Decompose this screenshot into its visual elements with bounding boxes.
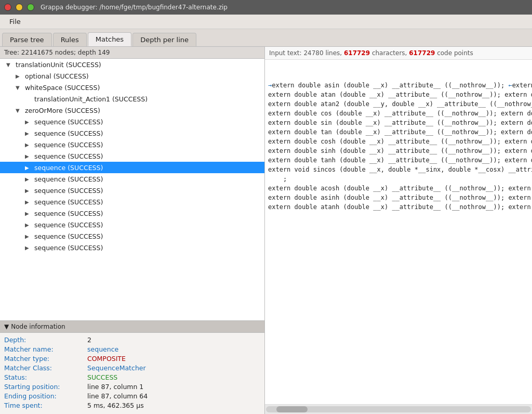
tree-item[interactable]: ▶sequence (SUCCESS) <box>0 173 264 185</box>
text-line: extern double atanh (double __x) __attri… <box>268 202 529 212</box>
tree-item-label: sequence (SUCCESS) <box>34 221 103 229</box>
info-row: Ending position:line 87, column 64 <box>4 392 260 400</box>
tree-item[interactable]: ▶sequence (SUCCESS) <box>0 242 264 253</box>
info-value: line 87, column 1 <box>87 383 143 391</box>
tree-arrow-icon[interactable]: ▶ <box>16 73 23 79</box>
tree-container[interactable]: ▼translationUnit (SUCCESS)▶optional (SUC… <box>0 59 264 320</box>
text-line: extern double sinh (double __x) __attrib… <box>268 146 529 156</box>
tab-depth-per-line[interactable]: Depth per line <box>132 33 196 46</box>
tree-arrow-icon[interactable]: ▶ <box>25 165 32 171</box>
tree-arrow-icon[interactable]: ▶ <box>25 176 32 182</box>
text-line: extern void sincos (double __x, double *… <box>268 165 529 174</box>
tree-arrow-icon[interactable]: ▶ <box>25 234 32 239</box>
arrow-right-icon: ← <box>508 82 512 89</box>
tree-item[interactable]: ▶sequence (SUCCESS) <box>0 208 264 219</box>
horizontal-scrollbar[interactable] <box>265 405 532 414</box>
text-line: extern double cos (double __x) __attribu… <box>268 109 529 118</box>
maximize-button[interactable] <box>27 4 34 11</box>
tree-item-label: translationUnit (SUCCESS) <box>16 61 101 69</box>
info-value: SUCCESS <box>87 373 117 381</box>
right-panel: Input text: 24780 lines, 617729 characte… <box>265 47 532 414</box>
hscroll-track[interactable] <box>266 406 531 412</box>
tree-item-label: zeroOrMore (SUCCESS) <box>25 107 100 114</box>
info-row: Matcher name:sequence <box>4 345 260 353</box>
info-value: 5 ms, 462.365 µs <box>87 402 144 409</box>
tree-item[interactable]: ▼zeroOrMore (SUCCESS) <box>0 105 264 116</box>
tree-item-label: sequence (SUCCESS) <box>34 210 103 217</box>
node-info-header[interactable]: ▼ Node information <box>0 321 264 333</box>
window-title: Grappa debugger: /home/fge/tmp/bugfinder… <box>41 4 228 11</box>
info-label: Matcher type: <box>4 355 87 363</box>
tab-matches[interactable]: Matches <box>88 32 131 46</box>
tree-item[interactable]: translationUnit_Action1 (SUCCESS) <box>0 93 264 105</box>
info-label: Starting position: <box>4 383 87 391</box>
text-line: extern double sin (double __x) __attribu… <box>268 118 529 127</box>
menubar: File <box>0 15 532 29</box>
input-header-suffix: code points <box>435 49 473 57</box>
close-button[interactable] <box>4 4 11 11</box>
tree-item[interactable]: ▶sequence (SUCCESS) <box>0 150 264 162</box>
tree-item-label: sequence (SUCCESS) <box>34 141 103 149</box>
tab-parse-tree[interactable]: Parse tree <box>2 33 52 46</box>
info-label: Matcher name: <box>4 345 87 353</box>
tree-item[interactable]: ▶sequence (SUCCESS) <box>0 230 264 242</box>
tree-item[interactable]: ▶sequence (SUCCESS) <box>0 196 264 208</box>
tree-item-label: sequence (SUCCESS) <box>34 198 103 206</box>
node-info-panel: ▼ Node information Depth:2Matcher name:s… <box>0 320 264 414</box>
tree-arrow-icon[interactable]: ▶ <box>25 131 32 136</box>
tabbar: Parse tree Rules Matches Depth per line <box>0 29 532 47</box>
tree-item[interactable]: ▶optional (SUCCESS) <box>0 70 264 82</box>
tree-item[interactable]: ▼translationUnit (SUCCESS) <box>0 59 264 70</box>
tree-arrow-icon[interactable]: ▶ <box>25 245 32 251</box>
tree-arrow-icon[interactable]: ▶ <box>25 142 32 148</box>
tree-arrow-icon[interactable]: ▶ <box>25 211 32 216</box>
tree-item-label: sequence (SUCCESS) <box>34 130 103 137</box>
info-label: Depth: <box>4 336 87 344</box>
tree-item[interactable]: ▶sequence (SUCCESS) <box>0 139 264 150</box>
info-value: line 87, column 64 <box>87 392 148 400</box>
tree-item[interactable]: ▶sequence (SUCCESS) <box>0 219 264 230</box>
tree-item[interactable]: ▶sequence (SUCCESS) <box>0 116 264 127</box>
text-line: ; <box>268 174 529 184</box>
tree-item-label: sequence (SUCCESS) <box>34 187 103 195</box>
char-count-1: 617729 <box>344 49 370 57</box>
tree-arrow-icon[interactable]: ▶ <box>25 222 32 228</box>
tree-arrow-icon[interactable]: ▼ <box>16 85 23 90</box>
input-header-middle: characters, <box>370 49 409 57</box>
minimize-button[interactable] <box>16 4 23 11</box>
tree-item[interactable]: ▶sequence (SUCCESS) <box>0 162 264 173</box>
left-panel: Tree: 22141675 nodes; depth 149 ▼transla… <box>0 47 265 414</box>
info-value: COMPOSITE <box>87 355 126 363</box>
menu-file[interactable]: File <box>4 17 26 27</box>
tree-item-label: optional (SUCCESS) <box>25 72 89 80</box>
info-value: 2 <box>87 336 91 344</box>
tree-item-label: sequence (SUCCESS) <box>34 175 103 183</box>
text-area[interactable]: →extern double asin (double __x) __attri… <box>265 60 532 405</box>
input-header-prefix: Input text: 24780 lines, <box>269 49 344 57</box>
tree-item[interactable]: ▼whiteSpace (SUCCESS) <box>0 82 264 93</box>
text-line: extern double atan2 (double __y, double … <box>268 99 529 109</box>
info-row: Time spent:5 ms, 462.365 µs <box>4 402 260 409</box>
tree-arrow-icon[interactable]: ▶ <box>25 153 32 159</box>
node-info-content: Depth:2Matcher name:sequenceMatcher type… <box>0 333 264 414</box>
info-row: Matcher type:COMPOSITE <box>4 355 260 363</box>
tree-arrow-icon[interactable]: ▶ <box>25 188 32 193</box>
tree-arrow-icon[interactable]: ▶ <box>25 199 32 205</box>
hscroll-thumb[interactable] <box>276 406 308 412</box>
tree-arrow-icon[interactable]: ▼ <box>16 108 23 113</box>
text-line: extern double atan (double __x) __attrib… <box>268 90 529 99</box>
input-header: Input text: 24780 lines, 617729 characte… <box>265 47 532 60</box>
tree-arrow-icon[interactable]: ▶ <box>25 119 32 125</box>
info-value: sequence <box>87 345 118 353</box>
tree-item[interactable]: ▶sequence (SUCCESS) <box>0 185 264 196</box>
tab-rules[interactable]: Rules <box>53 33 87 46</box>
tree-item-label: sequence (SUCCESS) <box>34 152 103 160</box>
info-value: SequenceMatcher <box>87 364 146 372</box>
tree-item-label: sequence (SUCCESS) <box>34 118 103 126</box>
tree-item-label: sequence (SUCCESS) <box>34 232 103 240</box>
text-line: extern double tan (double __x) __attribu… <box>268 127 529 137</box>
info-label: Time spent: <box>4 402 87 409</box>
char-count-2: 617729 <box>409 49 435 57</box>
tree-item[interactable]: ▶sequence (SUCCESS) <box>0 127 264 139</box>
tree-arrow-icon[interactable]: ▼ <box>6 62 14 68</box>
